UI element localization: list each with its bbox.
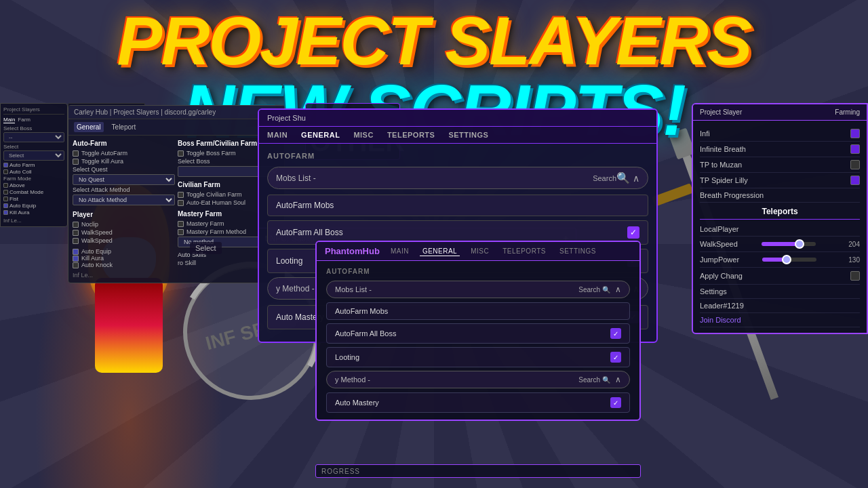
quest-dropdown[interactable]: No Quest (73, 174, 175, 185)
walkspeed-row: WalkSpeed 204 (700, 237, 860, 252)
mid-tab-teleports[interactable]: TELEPORTS (387, 131, 435, 139)
apply-checkbox[interactable] (850, 271, 860, 281)
walkspeed-slider[interactable] (762, 242, 816, 246)
select-overlay: Select (190, 242, 222, 254)
ph-mastery-checkbox[interactable]: ✓ (610, 397, 621, 408)
ph-tab-misc[interactable]: MISC (468, 247, 492, 256)
muzan-checkbox[interactable] (850, 160, 860, 169)
phantom-section: AUTOFARM (326, 268, 630, 275)
carley-tab-general[interactable]: General (74, 122, 104, 132)
ph-autofarm-mobs-row: AutoFarm Mobs (326, 302, 630, 320)
auto-farm-check: Auto Farm (3, 162, 64, 168)
right-row-muzan: TP to Muzan (700, 157, 860, 173)
ph-search-label: Search (578, 286, 600, 293)
ph-method-search: Search (578, 376, 600, 384)
settings-row: Settings (700, 285, 860, 299)
leader-row: Leader#1219 (700, 299, 860, 313)
ph-chevron-icon: ∧ (615, 285, 621, 294)
autofarm-mobs-label: AutoFarm Mobs (276, 201, 334, 210)
walkspeed-label: WalkSpeed (700, 240, 738, 248)
mid-tab-main[interactable]: MAIN (267, 131, 288, 139)
select-dropdown-small[interactable]: Select (3, 150, 64, 161)
breath-checkbox[interactable] (850, 144, 860, 154)
ph-boss-checkbox[interactable]: ✓ (610, 328, 621, 339)
carley-hub-panel: Carley Hub | Project Slayers | discord.g… (68, 105, 285, 283)
carley-tab-teleport[interactable]: Teleport (109, 122, 139, 132)
carley-tabs: General Teleport (68, 119, 284, 136)
progress-label: ROGRESS (321, 468, 360, 475)
walkspeed-thumb[interactable] (795, 239, 804, 249)
right-row-breath-prog: Breath Progression (700, 188, 860, 203)
walkspeed-value: 204 (840, 241, 860, 248)
jumppower-slider[interactable] (762, 258, 816, 262)
boss-select-small[interactable]: -- (3, 132, 64, 142)
ph-autofarm-boss-row[interactable]: AutoFarm All Boss ✓ (326, 323, 630, 344)
jumppower-thumb[interactable] (782, 255, 791, 264)
ph-mob-label: Mobs List - (335, 285, 578, 293)
phantom-body: AUTOFARM Mobs List - Search 🔍 ∧ AutoFarm… (317, 261, 639, 420)
local-player-row: LocalPlayer (700, 222, 860, 237)
middle-panel-tabs: MAIN GENERAL MISC TELEPORTS SETTINGS (259, 127, 656, 144)
discord-row[interactable]: Join Discord (700, 313, 860, 327)
attack-method-dropdown[interactable]: No Attack Method (73, 195, 175, 205)
small-tab-farm[interactable]: Farm (18, 117, 31, 123)
mob-list-row[interactable]: Mobs List - Search 🔍 ∧ (267, 167, 648, 189)
right-row-infi: Infi (700, 126, 860, 142)
carley-toggle-autofarm: Toggle AutoFarm (73, 150, 175, 157)
right-panel: Project Slayer Farming Infi Infinite Bre… (692, 103, 868, 334)
small-panel-header: Project Slayers (3, 106, 64, 115)
ph-tab-settings[interactable]: SETTINGS (557, 247, 599, 256)
phantom-hub-panel: PhantomHub MAIN GENERAL MISC TELEPORTS S… (315, 241, 641, 421)
ph-method-search-icon: 🔍 (602, 376, 610, 384)
teleports-title: Teleports (700, 203, 860, 220)
apply-label: Apply Chang (700, 272, 743, 280)
small-tab-main[interactable]: Main (3, 117, 15, 123)
search-icon: 🔍 (616, 171, 630, 184)
right-panel-body: Infi Infinite Breath TP to Muzan TP Spid… (693, 121, 867, 333)
chevron-up-icon: ∧ (633, 173, 639, 184)
ph-tab-main[interactable]: MAIN (388, 247, 412, 256)
ph-method-label: y Method - (335, 375, 578, 384)
small-tabs: Main Farm (3, 117, 64, 123)
infi-checkbox[interactable] (850, 129, 860, 138)
apply-changes-row: Apply Chang (700, 268, 860, 285)
ph-mob-list-row[interactable]: Mobs List - Search 🔍 ∧ (326, 281, 630, 298)
middle-panel-header: Project Shu (259, 110, 656, 127)
ph-method-row[interactable]: y Method - Search 🔍 ∧ (326, 371, 630, 388)
auto-coll-check: Auto Coll (3, 169, 64, 175)
phantom-tabs: MAIN GENERAL MISC TELEPORTS SETTINGS (388, 247, 599, 256)
ph-mastery-row[interactable]: Auto Mastery ✓ (326, 392, 630, 413)
carley-content: Auto-Farm Toggle AutoFarm Toggle Kill Au… (68, 136, 284, 283)
autofarm-boss-checkbox[interactable]: ✓ (627, 226, 639, 239)
ph-looting-checkbox[interactable]: ✓ (610, 352, 621, 363)
ph-search-icon: 🔍 (602, 286, 610, 293)
title-line1: PROJECT SLAYERS (117, 7, 751, 75)
mob-search-btn[interactable]: Search (593, 174, 616, 182)
carley-header: Carley Hub | Project Slayers | discord.g… (68, 106, 284, 119)
mid-tab-misc[interactable]: MISC (353, 131, 374, 139)
char-torso (95, 278, 163, 373)
ph-tab-general[interactable]: GENERAL (420, 247, 460, 256)
progress-bar: ROGRESS (315, 464, 641, 478)
ph-method-chevron-icon: ∧ (615, 375, 621, 384)
carley-toggle-killaura: Toggle Kill Aura (73, 158, 175, 165)
jumppower-label: JumpPower (700, 256, 739, 264)
mid-tab-general[interactable]: GENERAL (301, 131, 340, 139)
ph-mastery-label: Auto Mastery (335, 399, 379, 407)
autofarm-mobs-row: AutoFarm Mobs (267, 195, 648, 216)
ph-looting-label: Looting (335, 353, 359, 361)
looting-label: Looting (276, 256, 302, 266)
ph-looting-row[interactable]: Looting ✓ (326, 347, 630, 367)
autofarm-section: AUTOFARM (267, 152, 648, 160)
jumppower-value: 130 (840, 256, 860, 264)
jumppower-row: JumpPower 130 (700, 252, 860, 268)
mob-list-label: Mobs List - (276, 174, 593, 183)
right-row-breath: Infinite Breath (700, 142, 860, 157)
right-row-spider: TP Spider Lilly (700, 173, 860, 188)
ph-autofarm-boss-label: AutoFarm All Boss (335, 329, 396, 338)
spider-checkbox[interactable] (850, 176, 860, 185)
ph-tab-teleports[interactable]: TELEPORTS (500, 247, 549, 256)
carley-left-col: Auto-Farm Toggle AutoFarm Toggle Kill Au… (73, 140, 175, 279)
mid-tab-settings[interactable]: SETTINGS (448, 131, 488, 139)
phantom-header: PhantomHub MAIN GENERAL MISC TELEPORTS S… (317, 242, 639, 261)
